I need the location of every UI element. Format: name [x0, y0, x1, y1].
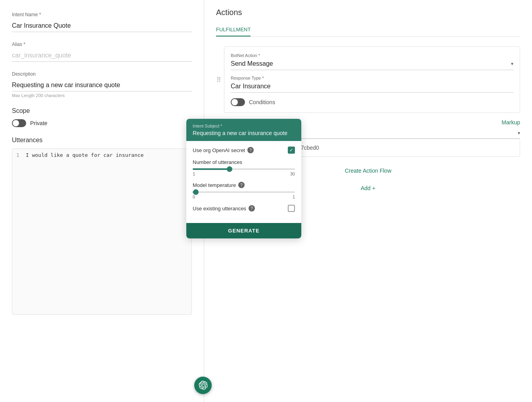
temperature-range-labels: 0 1 — [193, 194, 295, 199]
ai-popup-header: Intent Subject * Requesting a new car in… — [186, 119, 301, 141]
conditions-label: Conditions — [249, 99, 275, 105]
utterances-title: Utterances — [12, 137, 192, 144]
description-label: Description — [12, 71, 192, 77]
temperature-slider-track[interactable] — [193, 191, 295, 193]
conditions-row: Conditions — [231, 98, 513, 106]
second-select-arrow: ▾ — [518, 130, 520, 136]
alias-input[interactable] — [12, 50, 192, 62]
temperature-help-icon[interactable]: ? — [238, 182, 245, 188]
actions-title: Actions — [216, 8, 520, 17]
drag-handle[interactable]: ⠿ — [216, 76, 221, 84]
ai-popup-body: Use org OpenAI secret ? Number of uttera… — [186, 141, 301, 223]
response-type-label: Response Type * — [231, 76, 513, 80]
utterances-slider-label: Number of utterances — [193, 159, 295, 165]
intent-subject-value: Requesting a new car insurance quote — [193, 130, 295, 136]
use-org-secret-row: Use org OpenAI secret ? — [193, 147, 295, 154]
scope-section: Scope Private — [12, 107, 192, 127]
utterances-slider-track[interactable] — [193, 168, 295, 170]
org-secret-help-icon[interactable]: ? — [247, 147, 254, 153]
action-card-1: ⠿ BotNet Action * Send Message ▾ Respons… — [224, 46, 520, 113]
utterances-min-label: 1 — [193, 171, 195, 176]
add-plus-link[interactable]: Add + — [361, 185, 375, 191]
conditions-toggle[interactable] — [231, 98, 245, 106]
botnet-action-value: Send Message — [231, 60, 511, 67]
utterances-slider-thumb[interactable] — [227, 166, 232, 172]
use-existing-label: Use existing utterances ? — [193, 205, 255, 211]
openai-icon — [198, 381, 208, 390]
private-label: Private — [30, 120, 48, 126]
response-type-value: Car Insurance — [231, 83, 513, 93]
tabs-row: FULFILLMENT — [216, 23, 520, 37]
utterances-box[interactable]: 1 I would like a quote for car insurance — [12, 149, 192, 315]
description-group: Description Max Length 200 characters — [12, 71, 192, 98]
utterances-range-labels: 1 30 — [193, 171, 295, 176]
ai-generate-button[interactable] — [194, 377, 212, 394]
use-existing-row: Use existing utterances ? — [193, 205, 295, 212]
left-panel: Intent Name * Alias * Description Max Le… — [0, 0, 204, 402]
create-action-flow-link[interactable]: Create Action Flow — [345, 168, 392, 174]
response-type-row: Response Type * Car Insurance — [231, 76, 513, 93]
utterance-text: I would like a quote for car insurance — [26, 152, 144, 158]
private-toggle[interactable] — [12, 119, 26, 127]
botnet-action-label: BotNet Action * — [231, 53, 513, 58]
existing-help-icon[interactable]: ? — [249, 205, 255, 211]
temperature-slider-thumb[interactable] — [193, 189, 199, 195]
intent-subject-label: Intent Subject * — [193, 124, 295, 128]
description-input[interactable] — [12, 79, 192, 91]
temperature-slider-section: Model temperature ? 0 1 — [193, 182, 295, 199]
alias-label: Alias * — [12, 42, 192, 47]
utterances-slider-section: Number of utterances 1 30 — [193, 159, 295, 176]
tab-fulfillment[interactable]: FULFILLMENT — [216, 23, 251, 36]
use-org-secret-label: Use org OpenAI secret ? — [193, 147, 254, 153]
private-toggle-row: Private — [12, 119, 192, 127]
intent-name-input[interactable] — [12, 20, 192, 32]
markup-link[interactable]: Markup — [501, 119, 520, 126]
utterances-section: Utterances 1 I would like a quote for ca… — [12, 137, 192, 315]
intent-name-label: Intent Name * — [12, 12, 192, 17]
alias-group: Alias * — [12, 42, 192, 62]
utterances-max-label: 30 — [290, 171, 295, 176]
use-org-secret-checkbox[interactable] — [288, 147, 295, 154]
botnet-action-select[interactable]: Send Message ▾ — [231, 60, 513, 70]
scope-title: Scope — [12, 107, 192, 114]
temperature-min-label: 0 — [193, 194, 195, 199]
botnet-action-arrow: ▾ — [511, 61, 513, 67]
generate-button[interactable]: GENERATE — [186, 223, 301, 238]
use-existing-checkbox[interactable] — [288, 205, 295, 212]
temperature-max-label: 1 — [293, 194, 295, 199]
intent-name-group: Intent Name * — [12, 12, 192, 32]
ai-popup: Intent Subject * Requesting a new car in… — [186, 119, 301, 238]
utterances-slider-fill — [193, 168, 230, 170]
max-length-hint: Max Length 200 characters — [12, 93, 192, 98]
temperature-slider-label: Model temperature ? — [193, 182, 295, 188]
utterance-line: 1 I would like a quote for car insurance — [12, 149, 191, 161]
line-number: 1 — [16, 152, 26, 158]
